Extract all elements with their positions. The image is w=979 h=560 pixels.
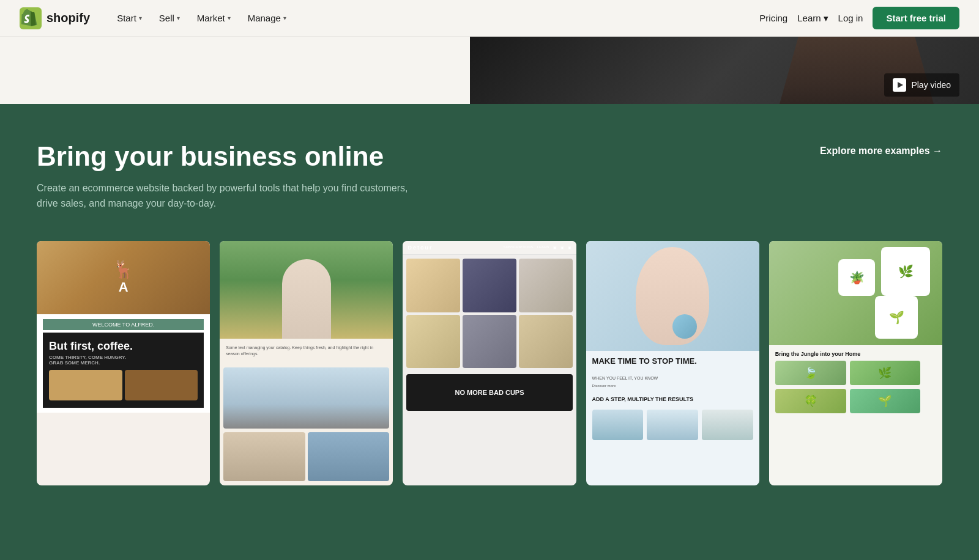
store-card-2[interactable]: Some text managing your catalog. Keep th…	[220, 241, 393, 485]
coffee-tagline: But first, coffee.	[49, 340, 198, 353]
store-3-prod-1	[406, 259, 460, 312]
logo[interactable]: shopify	[20, 7, 90, 29]
store-2-hero	[220, 241, 393, 339]
nav-market[interactable]: Market ▾	[190, 8, 238, 28]
coffee-item-2	[125, 370, 198, 400]
store-3-brand: Detour	[408, 245, 433, 251]
section-subtitle: Create an ecommerce website backed by po…	[37, 180, 416, 212]
store-1-bottom: WELCOME TO ALFRED. But first, coffee. CO…	[37, 314, 210, 413]
leaf-2: 🌿	[850, 361, 921, 385]
market-chevron-icon: ▾	[228, 15, 231, 21]
store-2-text: Some text managing your catalog. Keep th…	[220, 339, 393, 364]
coffee-item-1	[49, 370, 122, 400]
hero-video-panel: Play video	[470, 37, 979, 104]
store-3-prod-3	[519, 259, 573, 312]
store-4-hero	[586, 241, 759, 351]
store-4-prod-3	[702, 410, 753, 440]
alfred-letter: A	[113, 279, 134, 295]
green-section: Bring your business online Create an eco…	[0, 104, 979, 560]
store-2-landscape	[223, 367, 389, 429]
coffee-sub1: COME THIRSTY, COME HUNGRY.	[49, 355, 198, 361]
store-3-banner: NO MORE BAD CUPS	[406, 374, 572, 411]
play-video-label: Play video	[911, 80, 951, 90]
store-3-nav: Detour SUBSCRIPTIONS LEARN ▣ ▣ ▣	[403, 241, 576, 255]
hero-section: Play video	[0, 37, 979, 104]
store-4-products-row	[586, 406, 759, 444]
nav-sell[interactable]: Sell ▾	[152, 8, 187, 28]
store-4-content: WHEN YOU FEEL IT, YOU KNOW Discover more	[586, 372, 759, 392]
store-4-prod-2	[647, 410, 698, 440]
nav-right: Pricing Learn ▾ Log in Start free trial	[759, 7, 959, 29]
plant-pot-1: 🌿	[881, 247, 930, 296]
start-trial-button[interactable]: Start free trial	[873, 7, 959, 29]
store-5-hero: 🌿 🪴 🌱	[769, 241, 942, 345]
store-3-nav-items: SUBSCRIPTIONS LEARN ▣ ▣ ▣	[504, 245, 571, 249]
store-2-bottom	[223, 432, 389, 481]
leaf-1: 🍃	[775, 361, 846, 385]
nav-manage[interactable]: Manage ▾	[240, 8, 294, 28]
store-4-face	[636, 247, 709, 345]
plant-pot-2: 🪴	[838, 259, 875, 296]
shopify-logo-icon	[20, 7, 42, 29]
nav-pricing[interactable]: Pricing	[759, 13, 787, 23]
nav-links: Start ▾ Sell ▾ Market ▾ Manage ▾	[110, 8, 294, 28]
play-icon	[893, 78, 906, 92]
store-3-products	[403, 255, 576, 372]
coffee-items	[49, 370, 198, 400]
store-4-headline-1: MAKE TIME TO STOP TIME.	[586, 351, 759, 372]
leaf-4: 🌱	[850, 389, 921, 413]
sell-chevron-icon: ▾	[177, 15, 180, 21]
navigation: shopify Start ▾ Sell ▾ Market ▾ Manage ▾…	[0, 0, 979, 37]
nav-start[interactable]: Start ▾	[110, 8, 149, 28]
store-3-prod-2	[463, 259, 516, 312]
start-chevron-icon: ▾	[139, 15, 142, 21]
store-4-prod-1	[592, 410, 644, 440]
leaf-3: 🍀	[775, 389, 846, 413]
store-2-figure	[282, 259, 331, 339]
store-1-coffee-section: But first, coffee. COME THIRSTY, COME HU…	[43, 333, 204, 408]
store-card-1[interactable]: 🦌 A WELCOME TO ALFRED. But first, coffee…	[37, 241, 210, 485]
play-video-button[interactable]: Play video	[884, 73, 959, 97]
store-5-heading: Bring the Jungle into your Home	[775, 351, 936, 357]
store-2-img-2	[308, 432, 390, 481]
store-4-headline-3: ADD A STEP, MULTIPLY THE RESULTS	[586, 392, 759, 406]
store-card-5[interactable]: 🌿 🪴 🌱 Bring the Jungle into your Home 🍃 …	[769, 241, 942, 485]
store-4-product	[672, 314, 697, 339]
learn-chevron-icon: ▾	[824, 13, 828, 24]
store-3-prod-5	[463, 315, 516, 369]
section-text: Bring your business online Create an eco…	[37, 141, 416, 212]
store-3-prod-6	[519, 315, 573, 369]
store-1-welcome-banner: WELCOME TO ALFRED.	[43, 319, 204, 330]
nav-learn[interactable]: Learn ▾	[797, 13, 828, 24]
explore-link[interactable]: Explore more examples →	[820, 146, 942, 157]
store-5-leaves: 🍃 🌿 🍀 🌱	[775, 361, 936, 413]
store-card-3[interactable]: Detour SUBSCRIPTIONS LEARN ▣ ▣ ▣ NO MORE…	[403, 241, 576, 485]
store-1-hero: 🦌 A	[37, 241, 210, 314]
section-header: Bring your business online Create an eco…	[37, 141, 942, 212]
stores-grid: 🦌 A WELCOME TO ALFRED. But first, coffee…	[37, 241, 942, 485]
logo-text: shopify	[47, 11, 90, 25]
manage-chevron-icon: ▾	[283, 15, 286, 21]
nav-login[interactable]: Log in	[838, 13, 863, 23]
section-title: Bring your business online	[37, 141, 404, 173]
antlers-icon: 🦌	[113, 259, 134, 279]
store-card-4[interactable]: MAKE TIME TO STOP TIME. WHEN YOU FEEL IT…	[586, 241, 759, 485]
store-2-img-1	[223, 432, 305, 481]
nav-left: shopify Start ▾ Sell ▾ Market ▾ Manage ▾	[20, 7, 294, 29]
store-3-prod-4	[406, 315, 460, 369]
store-5-bottom: Bring the Jungle into your Home 🍃 🌿 🍀 🌱	[769, 345, 942, 419]
coffee-sub2: GRAB SOME MERCH.	[49, 360, 198, 366]
store-3-banner-text: NO MORE BAD CUPS	[455, 389, 524, 397]
plant-pot-3: 🌱	[875, 296, 918, 339]
